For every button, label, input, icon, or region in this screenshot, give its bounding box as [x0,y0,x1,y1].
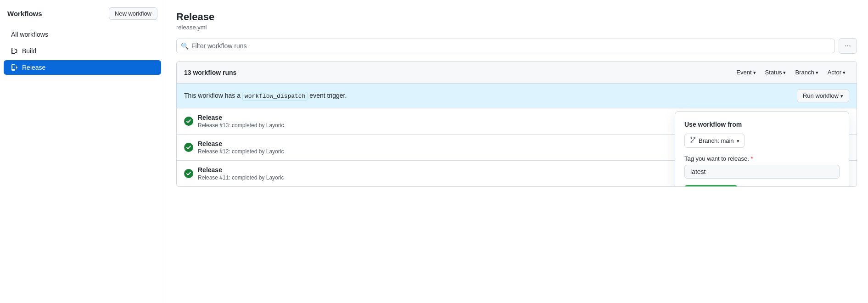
filter-actor-button[interactable]: Actor [824,67,849,78]
chevron-down-icon [840,92,843,99]
dropdown-title: Use workflow from [684,121,840,128]
filter-event-label: Event [736,69,751,76]
filter-branch-label: Branch [795,69,814,76]
runs-section: 13 workflow runs Event Status Branch Act… [176,61,857,187]
sidebar-item-all-workflows[interactable]: All workflows [4,27,161,42]
chevron-down-icon [753,69,756,76]
run-workflow-button[interactable]: Run workflow [797,89,849,102]
page-title: Release [176,11,857,23]
sidebar-title: Workflows [7,10,42,17]
more-icon: ··· [845,42,851,50]
status-icon [184,143,193,152]
runs-filters: Event Status Branch Actor [733,67,849,78]
branch-selector[interactable]: Branch: main [684,134,745,148]
workflow-icon [11,47,18,55]
status-icon [184,117,193,126]
runs-count: 13 workflow runs [184,69,236,76]
search-input-wrap: 🔍 [176,39,835,53]
run-workflow-container: Run workflow Use workflow from Branch: [797,89,849,102]
chevron-down-icon [816,69,818,76]
search-bar: 🔍 ··· [176,38,857,54]
more-options-button[interactable]: ··· [839,38,857,54]
sidebar: Workflows New workflow All workflows Bui… [0,0,165,303]
filter-event-button[interactable]: Event [733,67,759,78]
main-content: Release release.yml 🔍 ··· 13 workflow ru… [165,0,868,303]
dispatch-code: workflow_dispatch [242,92,308,101]
filter-branch-button[interactable]: Branch [791,67,822,78]
run-workflow-submit-button[interactable]: Run workflow [684,185,738,187]
filter-actor-label: Actor [828,69,841,76]
filter-status-label: Status [765,69,782,76]
page-subtitle: release.yml [176,24,857,31]
tag-label: Tag you want to release. * [684,155,840,162]
workflow-icon [11,64,18,71]
required-indicator: * [751,155,753,162]
sidebar-item-build[interactable]: Build [4,44,161,58]
search-icon: 🔍 [181,42,189,50]
filter-status-button[interactable]: Status [762,67,790,78]
search-input[interactable] [176,39,835,53]
new-workflow-button[interactable]: New workflow [109,7,157,20]
sidebar-item-label: Release [22,64,45,71]
status-icon [184,169,193,178]
sidebar-item-label: All workflows [11,31,48,38]
chevron-down-icon [783,69,786,76]
sidebar-item-label: Build [22,47,36,55]
chevron-down-icon [843,69,846,76]
run-workflow-dropdown: Use workflow from Branch: main Tag you [675,111,849,187]
dispatch-text: This workflow has a workflow_dispatch ev… [184,92,347,100]
tag-input[interactable] [684,165,840,179]
chevron-down-icon [737,137,739,144]
branch-label: Branch: main [699,137,734,144]
sidebar-item-release[interactable]: Release [4,60,161,75]
runs-header: 13 workflow runs Event Status Branch Act… [177,62,857,84]
branch-icon [689,137,696,145]
dispatch-banner: This workflow has a workflow_dispatch ev… [177,84,857,108]
sidebar-header: Workflows New workflow [0,7,165,25]
